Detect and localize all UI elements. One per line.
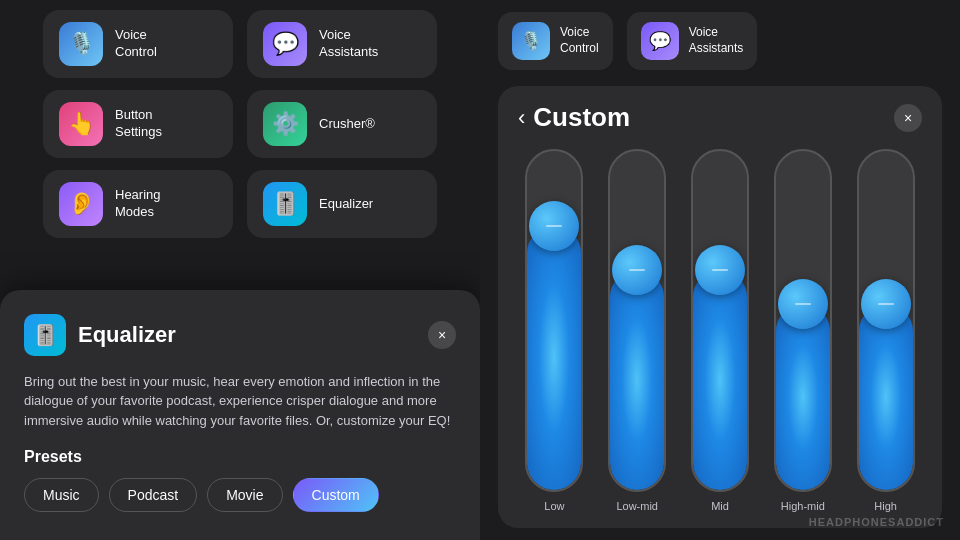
slider-high-mid-knob xyxy=(778,279,828,329)
left-panel: 🎙️ VoiceControl 💬 VoiceAssistants 👆 Butt… xyxy=(0,0,480,540)
eq-sliders-container: Low Low-mid Mi xyxy=(518,149,922,516)
preset-podcast-button[interactable]: Podcast xyxy=(109,478,198,512)
knob-line xyxy=(629,269,645,271)
custom-close-button[interactable]: × xyxy=(894,104,922,132)
slider-low-mid-track[interactable] xyxy=(608,149,666,492)
grid-item-voice-control[interactable]: 🎙️ VoiceControl xyxy=(43,10,233,78)
grid-item-voice-assistants[interactable]: 💬 VoiceAssistants xyxy=(247,10,437,78)
custom-title: Custom xyxy=(533,102,894,133)
slider-high-label: High xyxy=(874,500,897,512)
slider-high-mid-track[interactable] xyxy=(774,149,832,492)
presets-row: Music Podcast Movie Custom xyxy=(24,478,456,512)
right-voice-assistants-label: VoiceAssistants xyxy=(689,25,744,56)
voice-assistants-label: VoiceAssistants xyxy=(319,27,378,61)
custom-back-button[interactable]: ‹ xyxy=(518,105,525,131)
grid-item-crusher[interactable]: ⚙️ Crusher® xyxy=(247,90,437,158)
slider-low-label: Low xyxy=(544,500,564,512)
crusher-label: Crusher® xyxy=(319,116,375,133)
watermark: HeadphonesAddict xyxy=(809,516,944,528)
slider-high-fill xyxy=(859,304,913,490)
presets-label: Presets xyxy=(24,448,456,466)
preset-movie-button[interactable]: Movie xyxy=(207,478,282,512)
slider-mid-fill xyxy=(693,270,747,490)
slider-low-mid[interactable]: Low-mid xyxy=(601,149,674,512)
preset-custom-button[interactable]: Custom xyxy=(293,478,379,512)
eq-modal-icon: 🎚️ xyxy=(24,314,66,356)
right-voice-control-label: VoiceControl xyxy=(560,25,599,56)
crusher-icon: ⚙️ xyxy=(263,102,307,146)
slider-low-mid-fill xyxy=(610,270,664,490)
knob-line xyxy=(878,303,894,305)
eq-modal-title: Equalizer xyxy=(78,322,176,348)
slider-high[interactable]: High xyxy=(849,149,922,512)
slider-low[interactable]: Low xyxy=(518,149,591,512)
voice-assistants-icon: 💬 xyxy=(263,22,307,66)
eq-modal-title-row: 🎚️ Equalizer xyxy=(24,314,176,356)
grid-row-2: 👆 ButtonSettings ⚙️ Crusher® xyxy=(20,90,460,158)
slider-low-track[interactable] xyxy=(525,149,583,492)
hearing-label: HearingModes xyxy=(115,187,161,221)
equalizer-modal: 🎚️ Equalizer × Bring out the best in you… xyxy=(0,290,480,541)
grid-item-hearing[interactable]: 👂 HearingModes xyxy=(43,170,233,238)
right-voice-control[interactable]: 🎙️ VoiceControl xyxy=(498,12,613,70)
grid-row-1: 🎙️ VoiceControl 💬 VoiceAssistants xyxy=(20,10,460,78)
slider-high-mid-fill xyxy=(776,304,830,490)
grid-item-button-settings[interactable]: 👆 ButtonSettings xyxy=(43,90,233,158)
right-voice-control-icon: 🎙️ xyxy=(512,22,550,60)
slider-high-mid-label: High-mid xyxy=(781,500,825,512)
right-panel: 🎙️ VoiceControl 💬 VoiceAssistants ‹ Cust… xyxy=(480,0,960,540)
grid-row-3: 👂 HearingModes 🎚️ Equalizer xyxy=(20,170,460,238)
voice-control-icon: 🎙️ xyxy=(59,22,103,66)
right-top-bar: 🎙️ VoiceControl 💬 VoiceAssistants xyxy=(498,12,942,70)
preset-music-button[interactable]: Music xyxy=(24,478,99,512)
eq-description: Bring out the best in your music, hear e… xyxy=(24,372,456,431)
equalizer-icon: 🎚️ xyxy=(263,182,307,226)
custom-header: ‹ Custom × xyxy=(518,102,922,133)
eq-modal-close-button[interactable]: × xyxy=(428,321,456,349)
button-settings-label: ButtonSettings xyxy=(115,107,162,141)
equalizer-label: Equalizer xyxy=(319,196,373,213)
slider-low-fill xyxy=(527,226,581,490)
button-settings-icon: 👆 xyxy=(59,102,103,146)
slider-low-knob xyxy=(529,201,579,251)
slider-high-track[interactable] xyxy=(857,149,915,492)
grid-item-equalizer[interactable]: 🎚️ Equalizer xyxy=(247,170,437,238)
right-voice-assistants[interactable]: 💬 VoiceAssistants xyxy=(627,12,758,70)
right-voice-assistants-icon: 💬 xyxy=(641,22,679,60)
slider-high-knob xyxy=(861,279,911,329)
slider-low-mid-knob xyxy=(612,245,662,295)
knob-line xyxy=(546,225,562,227)
knob-line xyxy=(795,303,811,305)
slider-low-mid-label: Low-mid xyxy=(616,500,658,512)
slider-mid-label: Mid xyxy=(711,500,729,512)
custom-panel: ‹ Custom × Low xyxy=(498,86,942,528)
slider-mid[interactable]: Mid xyxy=(684,149,757,512)
slider-mid-track[interactable] xyxy=(691,149,749,492)
eq-modal-header: 🎚️ Equalizer × xyxy=(24,314,456,356)
hearing-icon: 👂 xyxy=(59,182,103,226)
slider-mid-knob xyxy=(695,245,745,295)
slider-high-mid[interactable]: High-mid xyxy=(766,149,839,512)
knob-line xyxy=(712,269,728,271)
voice-control-label: VoiceControl xyxy=(115,27,157,61)
